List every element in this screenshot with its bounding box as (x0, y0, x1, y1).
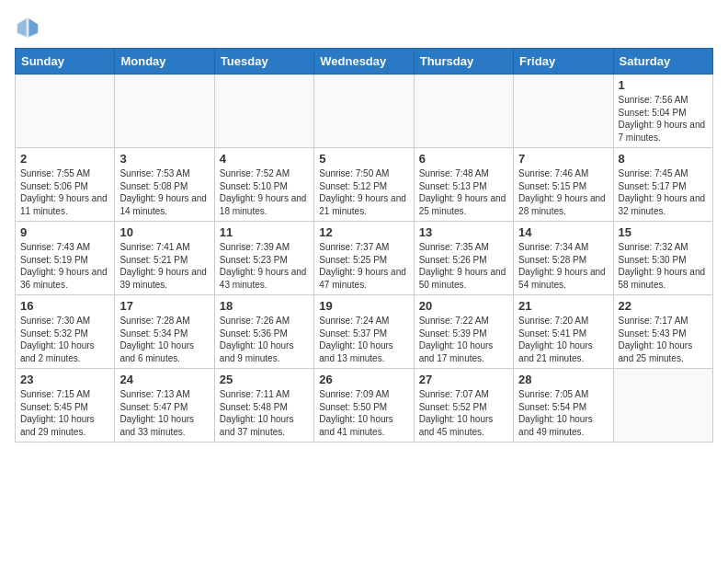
day-info: Sunrise: 7:43 AM Sunset: 5:19 PM Dayligh… (20, 241, 109, 291)
day-number: 4 (220, 152, 309, 166)
calendar-cell: 17Sunrise: 7:28 AM Sunset: 5:34 PM Dayli… (115, 295, 214, 369)
day-info: Sunrise: 7:26 AM Sunset: 5:36 PM Dayligh… (220, 315, 309, 364)
day-info: Sunrise: 7:48 AM Sunset: 5:13 PM Dayligh… (419, 167, 508, 217)
calendar-cell (214, 75, 313, 148)
day-info: Sunrise: 7:28 AM Sunset: 5:34 PM Dayligh… (119, 315, 209, 364)
day-number: 16 (20, 299, 109, 313)
calendar-cell: 20Sunrise: 7:22 AM Sunset: 5:39 PM Dayli… (414, 295, 513, 369)
calendar-week-2: 2Sunrise: 7:55 AM Sunset: 5:06 PM Daylig… (16, 148, 713, 222)
column-header-thursday: Thursday (414, 49, 513, 75)
calendar-cell: 2Sunrise: 7:55 AM Sunset: 5:06 PM Daylig… (16, 148, 115, 222)
day-number: 28 (518, 373, 608, 386)
calendar-table: SundayMondayTuesdayWednesdayThursdayFrid… (15, 48, 713, 442)
day-number: 1 (619, 78, 708, 92)
day-number: 24 (119, 373, 209, 386)
day-number: 20 (419, 299, 508, 313)
day-number: 2 (20, 152, 109, 166)
column-header-saturday: Saturday (613, 49, 712, 75)
day-number: 19 (319, 299, 408, 313)
calendar-cell: 25Sunrise: 7:11 AM Sunset: 5:48 PM Dayli… (214, 369, 313, 442)
day-info: Sunrise: 7:13 AM Sunset: 5:47 PM Dayligh… (119, 388, 209, 438)
day-number: 6 (419, 152, 508, 166)
calendar-cell: 8Sunrise: 7:45 AM Sunset: 5:17 PM Daylig… (613, 148, 712, 222)
day-info: Sunrise: 7:07 AM Sunset: 5:52 PM Dayligh… (419, 388, 508, 438)
day-number: 9 (20, 225, 109, 239)
day-info: Sunrise: 7:46 AM Sunset: 5:15 PM Dayligh… (518, 167, 608, 217)
day-info: Sunrise: 7:52 AM Sunset: 5:10 PM Dayligh… (220, 167, 309, 217)
day-info: Sunrise: 7:50 AM Sunset: 5:12 PM Dayligh… (319, 167, 408, 217)
calendar-cell: 16Sunrise: 7:30 AM Sunset: 5:32 PM Dayli… (16, 295, 115, 369)
day-number: 5 (319, 152, 408, 166)
day-info: Sunrise: 7:11 AM Sunset: 5:48 PM Dayligh… (220, 388, 309, 438)
calendar-cell: 9Sunrise: 7:43 AM Sunset: 5:19 PM Daylig… (16, 222, 115, 295)
day-info: Sunrise: 7:05 AM Sunset: 5:54 PM Dayligh… (518, 388, 608, 438)
column-header-wednesday: Wednesday (314, 49, 414, 75)
day-number: 10 (119, 225, 209, 239)
calendar-cell (115, 75, 214, 148)
day-number: 12 (319, 225, 408, 239)
calendar-cell: 5Sunrise: 7:50 AM Sunset: 5:12 PM Daylig… (314, 148, 414, 222)
day-info: Sunrise: 7:30 AM Sunset: 5:32 PM Dayligh… (20, 315, 109, 364)
calendar-cell: 6Sunrise: 7:48 AM Sunset: 5:13 PM Daylig… (414, 148, 513, 222)
day-number: 8 (619, 152, 708, 166)
page-header (15, 15, 713, 40)
calendar-cell: 26Sunrise: 7:09 AM Sunset: 5:50 PM Dayli… (314, 369, 414, 442)
day-number: 26 (319, 373, 408, 386)
day-info: Sunrise: 7:41 AM Sunset: 5:21 PM Dayligh… (119, 241, 209, 291)
day-number: 14 (518, 225, 608, 239)
day-info: Sunrise: 7:32 AM Sunset: 5:30 PM Dayligh… (619, 241, 708, 291)
calendar-cell: 10Sunrise: 7:41 AM Sunset: 5:21 PM Dayli… (115, 222, 214, 295)
calendar-cell (414, 75, 513, 148)
day-info: Sunrise: 7:24 AM Sunset: 5:37 PM Dayligh… (319, 315, 408, 364)
calendar-cell: 13Sunrise: 7:35 AM Sunset: 5:26 PM Dayli… (414, 222, 513, 295)
day-info: Sunrise: 7:34 AM Sunset: 5:28 PM Dayligh… (518, 241, 608, 291)
day-number: 3 (119, 152, 209, 166)
calendar-cell (16, 75, 115, 148)
calendar-week-3: 9Sunrise: 7:43 AM Sunset: 5:19 PM Daylig… (16, 222, 713, 295)
day-info: Sunrise: 7:20 AM Sunset: 5:41 PM Dayligh… (518, 315, 608, 364)
day-number: 21 (518, 299, 608, 313)
logo (15, 15, 44, 40)
day-info: Sunrise: 7:35 AM Sunset: 5:26 PM Dayligh… (419, 241, 508, 291)
column-header-monday: Monday (115, 49, 214, 75)
column-header-friday: Friday (514, 49, 613, 75)
logo-icon (15, 15, 40, 40)
calendar-cell: 1Sunrise: 7:56 AM Sunset: 5:04 PM Daylig… (613, 75, 712, 148)
day-info: Sunrise: 7:37 AM Sunset: 5:25 PM Dayligh… (319, 241, 408, 291)
day-info: Sunrise: 7:55 AM Sunset: 5:06 PM Dayligh… (20, 167, 109, 217)
day-info: Sunrise: 7:17 AM Sunset: 5:43 PM Dayligh… (619, 315, 708, 364)
calendar-cell: 19Sunrise: 7:24 AM Sunset: 5:37 PM Dayli… (314, 295, 414, 369)
calendar-week-1: 1Sunrise: 7:56 AM Sunset: 5:04 PM Daylig… (16, 75, 713, 148)
calendar-cell: 11Sunrise: 7:39 AM Sunset: 5:23 PM Dayli… (214, 222, 313, 295)
day-info: Sunrise: 7:15 AM Sunset: 5:45 PM Dayligh… (20, 388, 109, 438)
calendar-cell: 14Sunrise: 7:34 AM Sunset: 5:28 PM Dayli… (514, 222, 613, 295)
column-header-tuesday: Tuesday (214, 49, 313, 75)
calendar-cell: 23Sunrise: 7:15 AM Sunset: 5:45 PM Dayli… (16, 369, 115, 442)
day-info: Sunrise: 7:39 AM Sunset: 5:23 PM Dayligh… (220, 241, 309, 291)
calendar-cell: 18Sunrise: 7:26 AM Sunset: 5:36 PM Dayli… (214, 295, 313, 369)
day-number: 23 (20, 373, 109, 386)
calendar-cell: 12Sunrise: 7:37 AM Sunset: 5:25 PM Dayli… (314, 222, 414, 295)
day-number: 25 (220, 373, 309, 386)
calendar-cell: 24Sunrise: 7:13 AM Sunset: 5:47 PM Dayli… (115, 369, 214, 442)
calendar-cell (514, 75, 613, 148)
day-number: 22 (619, 299, 708, 313)
calendar-cell: 27Sunrise: 7:07 AM Sunset: 5:52 PM Dayli… (414, 369, 513, 442)
day-info: Sunrise: 7:56 AM Sunset: 5:04 PM Dayligh… (619, 94, 708, 144)
day-number: 18 (220, 299, 309, 313)
day-number: 11 (220, 225, 309, 239)
calendar-week-4: 16Sunrise: 7:30 AM Sunset: 5:32 PM Dayli… (16, 295, 713, 369)
day-number: 15 (619, 225, 708, 239)
day-info: Sunrise: 7:22 AM Sunset: 5:39 PM Dayligh… (419, 315, 508, 364)
calendar-cell: 28Sunrise: 7:05 AM Sunset: 5:54 PM Dayli… (514, 369, 613, 442)
day-info: Sunrise: 7:53 AM Sunset: 5:08 PM Dayligh… (119, 167, 209, 217)
calendar-cell (314, 75, 414, 148)
calendar-cell: 15Sunrise: 7:32 AM Sunset: 5:30 PM Dayli… (613, 222, 712, 295)
day-number: 7 (518, 152, 608, 166)
calendar-cell: 3Sunrise: 7:53 AM Sunset: 5:08 PM Daylig… (115, 148, 214, 222)
day-number: 27 (419, 373, 508, 386)
calendar-header-row: SundayMondayTuesdayWednesdayThursdayFrid… (16, 49, 713, 75)
calendar-cell (613, 369, 712, 442)
calendar-cell: 21Sunrise: 7:20 AM Sunset: 5:41 PM Dayli… (514, 295, 613, 369)
day-info: Sunrise: 7:45 AM Sunset: 5:17 PM Dayligh… (619, 167, 708, 217)
